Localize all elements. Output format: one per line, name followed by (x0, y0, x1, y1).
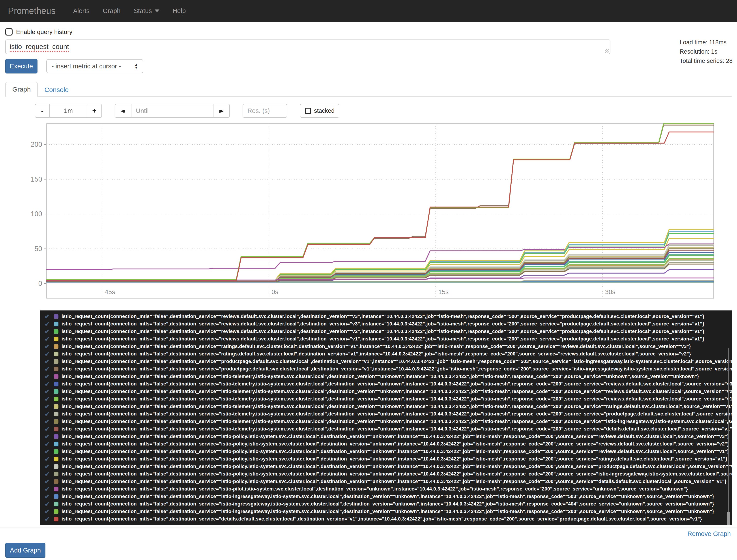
legend-item[interactable]: ✔istio_request_count{connection_mtls="fa… (45, 433, 732, 440)
legend-item[interactable]: ✔istio_request_count{connection_mtls="fa… (45, 343, 732, 350)
add-graph-button[interactable]: Add Graph (5, 543, 45, 558)
resolution-input[interactable] (243, 104, 287, 118)
legend-color-swatch (54, 464, 58, 469)
legend-color-swatch (54, 374, 58, 379)
range-increase-button[interactable]: + (87, 104, 102, 118)
legend-item[interactable]: ✔istio_request_count{connection_mtls="fa… (45, 388, 732, 395)
enable-query-history-label: Enable query history (16, 28, 72, 36)
legend-scrollbar-thumb[interactable] (727, 512, 730, 525)
remove-graph-link[interactable]: Remove Graph (687, 530, 731, 537)
legend-check-icon: ✔ (45, 508, 54, 515)
legend-item[interactable]: ✔istio_request_count{connection_mtls="fa… (45, 470, 732, 478)
legend-item[interactable]: ✔istio_request_count{connection_mtls="fa… (45, 328, 732, 335)
svg-text:30s: 30s (605, 288, 615, 295)
legend-item[interactable]: ✔istio_request_count{connection_mtls="fa… (45, 448, 732, 455)
legend-check-icon: ✔ (45, 470, 54, 478)
legend-item[interactable]: ✔istio_request_count{connection_mtls="fa… (45, 455, 732, 463)
legend-color-swatch (54, 494, 58, 499)
legend-item[interactable]: ✔istio_request_count{connection_mtls="fa… (45, 313, 732, 320)
legend-series-label: istio_request_count{connection_mtls="fal… (62, 494, 714, 499)
legend-check-icon: ✔ (45, 463, 54, 470)
legend-series-label: istio_request_count{connection_mtls="fal… (62, 426, 732, 432)
select-arrows-icon: ▲▼ (134, 63, 138, 69)
stacked-toggle[interactable]: stacked (300, 104, 340, 118)
legend-item[interactable]: ✔istio_request_count{connection_mtls="fa… (45, 485, 732, 493)
legend-item[interactable]: ✔istio_request_count{connection_mtls="fa… (45, 335, 732, 343)
range-input-group: - + (35, 104, 102, 118)
legend-item[interactable]: ✔istio_request_count{connection_mtls="fa… (45, 493, 732, 500)
svg-text:100: 100 (31, 210, 42, 218)
stacked-checkbox[interactable] (305, 108, 311, 114)
svg-text:0s: 0s (272, 288, 278, 295)
legend-check-icon: ✔ (45, 350, 54, 358)
legend-check-icon: ✔ (45, 448, 54, 455)
nav-item-graph[interactable]: Graph (96, 7, 127, 15)
time-forward-button[interactable]: ▸▸ (213, 104, 230, 118)
legend-series-label: istio_request_count{connection_mtls="fal… (62, 471, 732, 477)
legend-check-icon: ✔ (45, 478, 54, 485)
legend-series-label: istio_request_count{connection_mtls="fal… (62, 479, 726, 484)
legend-check-icon: ✔ (45, 388, 54, 395)
legend-item[interactable]: ✔istio_request_count{connection_mtls="fa… (45, 403, 732, 410)
legend-series-label: istio_request_count{connection_mtls="fal… (62, 329, 704, 334)
legend-series-label: istio_request_count{connection_mtls="fal… (62, 381, 732, 387)
legend-item[interactable]: ✔istio_request_count{connection_mtls="fa… (45, 515, 732, 523)
legend-item[interactable]: ✔istio_request_count{connection_mtls="fa… (45, 373, 732, 380)
query-input[interactable]: istio_request_count (5, 39, 610, 54)
brand-prometheus[interactable]: Prometheus (8, 6, 56, 16)
legend-check-icon: ✔ (45, 335, 54, 343)
nav-item-status[interactable]: Status (127, 7, 166, 15)
load-time: Load time: 118ms (680, 38, 733, 47)
legend-item[interactable]: ✔istio_request_count{connection_mtls="fa… (45, 508, 732, 515)
legend-check-icon: ✔ (45, 418, 54, 425)
legend-color-swatch (54, 419, 58, 424)
legend-series-label: istio_request_count{connection_mtls="fal… (62, 404, 732, 409)
legend-item[interactable]: ✔istio_request_count{connection_mtls="fa… (45, 440, 732, 448)
legend-color-swatch (54, 329, 58, 334)
legend-series-label: istio_request_count{connection_mtls="fal… (62, 336, 704, 342)
time-back-button[interactable]: ◂◂ (115, 104, 131, 118)
legend-item[interactable]: ✔istio_request_count{connection_mtls="fa… (45, 365, 732, 373)
legend-scrollbar-track[interactable] (728, 348, 729, 525)
legend-color-swatch (54, 314, 58, 319)
legend-check-icon: ✔ (45, 313, 54, 320)
legend-item[interactable]: ✔istio_request_count{connection_mtls="fa… (45, 418, 732, 425)
legend-check-icon: ✔ (45, 365, 54, 373)
legend-item[interactable]: ✔istio_request_count{connection_mtls="fa… (45, 500, 732, 508)
tab-console[interactable]: Console (38, 83, 75, 97)
tab-graph[interactable]: Graph (5, 82, 38, 97)
nav-item-alerts[interactable]: Alerts (67, 7, 96, 15)
legend-item[interactable]: ✔istio_request_count{connection_mtls="fa… (45, 358, 732, 365)
legend-check-icon: ✔ (45, 515, 54, 523)
legend-series-label: istio_request_count{connection_mtls="fal… (62, 351, 691, 357)
legend-series-label: istio_request_count{connection_mtls="fal… (62, 486, 688, 492)
legend-item[interactable]: ✔istio_request_count{connection_mtls="fa… (45, 425, 732, 433)
enable-query-history-checkbox[interactable] (5, 28, 13, 36)
top-navbar: Prometheus Alerts Graph Status Help (0, 0, 737, 22)
insert-metric-select[interactable]: - insert metric at cursor - ▲▼ (46, 59, 143, 73)
legend-item[interactable]: ✔istio_request_count{connection_mtls="fa… (45, 350, 732, 358)
legend-series-label: istio_request_count{connection_mtls="fal… (62, 509, 714, 514)
legend-check-icon: ✔ (45, 380, 54, 388)
legend-item[interactable]: ✔istio_request_count{connection_mtls="fa… (45, 395, 732, 403)
nav-item-help[interactable]: Help (166, 7, 193, 15)
range-input[interactable] (49, 104, 87, 118)
legend-series-label: istio_request_count{connection_mtls="fal… (62, 449, 729, 454)
legend-color-swatch (54, 352, 58, 356)
time-shift-group: ◂◂ ▸▸ (115, 104, 230, 118)
legend-item[interactable]: ✔istio_request_count{connection_mtls="fa… (45, 380, 732, 388)
execute-button[interactable]: Execute (5, 59, 38, 73)
legend-color-swatch (54, 479, 58, 484)
legend-color-swatch (54, 344, 58, 349)
graph-canvas[interactable]: 45s0s15s30s050100150200 (21, 122, 715, 299)
legend-item[interactable]: ✔istio_request_count{connection_mtls="fa… (45, 463, 732, 470)
chart-area: 45s0s15s30s050100150200 (21, 122, 732, 300)
legend-item[interactable]: ✔istio_request_count{connection_mtls="fa… (45, 320, 732, 328)
resize-grip-icon[interactable] (605, 49, 609, 53)
legend-check-icon: ✔ (45, 493, 54, 500)
legend-item[interactable]: ✔istio_request_count{connection_mtls="fa… (45, 410, 732, 418)
legend-series-label: istio_request_count{connection_mtls="fal… (62, 321, 704, 327)
legend-item[interactable]: ✔istio_request_count{connection_mtls="fa… (45, 478, 732, 485)
range-decrease-button[interactable]: - (35, 104, 50, 118)
until-input[interactable] (131, 104, 214, 118)
